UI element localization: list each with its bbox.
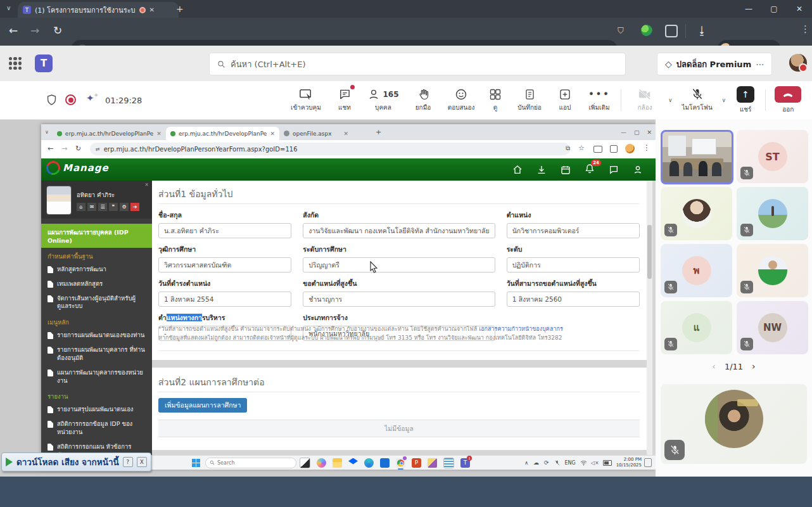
reload-button[interactable]: ↻ xyxy=(53,24,62,37)
leave-button[interactable]: ออก xyxy=(771,82,805,118)
user-icon[interactable] xyxy=(633,165,643,175)
page-scrollbar-track[interactable] xyxy=(647,181,652,455)
sidebar-item-unit-plans[interactable]: แผนการพัฒนาบุคลากรของหน่วยงาน xyxy=(41,366,152,388)
forward-button[interactable]: → xyxy=(30,24,39,37)
participant-tile-ae[interactable]: แ xyxy=(661,301,732,354)
inner-reload-button[interactable]: ↻ xyxy=(75,144,81,153)
inner-tab-chevron-icon[interactable]: ∨ xyxy=(45,129,49,135)
participant-tile-st[interactable]: ST xyxy=(737,130,808,183)
inner-menu-kebab-icon[interactable]: ⋮ xyxy=(643,143,650,152)
idm-extension-icon[interactable] xyxy=(641,25,652,36)
task-view-icon[interactable] xyxy=(300,458,310,468)
inner-site-icon[interactable]: ⇄ xyxy=(96,146,100,152)
camera-button-disabled[interactable]: กล้อง xyxy=(626,82,663,118)
sidebar-item-template[interactable]: เทมเพลตหลักสูตร xyxy=(41,277,152,292)
sidebar-item-summary-report[interactable]: รายงานสรุปแผนพัฒนาตนเอง xyxy=(41,402,152,417)
fullname-input[interactable]: น.ส.อทิตยา คำภิระ xyxy=(158,223,291,238)
inner-new-tab-button[interactable]: + xyxy=(376,128,381,136)
inner-tab-1[interactable]: erp.mju.ac.th/hrDevelopPlanPe ✕ xyxy=(53,127,166,140)
teams-profile-avatar[interactable] xyxy=(789,54,807,72)
inner-extensions-icon[interactable] xyxy=(610,145,618,153)
participant-tile-avatar-2[interactable] xyxy=(737,187,808,240)
volume-muted-icon[interactable]: ◁× xyxy=(591,460,599,466)
sidebar-item-idp-stats[interactable]: สถิติการกรอกข้อมูล IDP ของหน่วยงาน xyxy=(41,417,152,440)
participant-tile-ph[interactable]: พ xyxy=(661,244,732,297)
react-button[interactable]: ตอบสนอง xyxy=(443,82,479,118)
wifi-icon[interactable] xyxy=(580,460,587,466)
share-button-active[interactable]: ↑ แชร์ xyxy=(731,82,760,118)
teams-logo[interactable]: T xyxy=(35,55,53,72)
tools-icon[interactable] xyxy=(428,458,437,468)
idm-help-button[interactable]: ? xyxy=(123,457,133,467)
inner-maximize-button[interactable]: ▢ xyxy=(634,129,640,136)
meeting-notes-button[interactable]: บันทึกย่อ xyxy=(512,82,547,118)
participant-tile-nw[interactable]: NW xyxy=(737,301,808,354)
chrome-active-icon[interactable] xyxy=(396,458,405,468)
file-explorer-icon[interactable] xyxy=(333,458,342,468)
new-tab-button[interactable]: + xyxy=(176,4,184,14)
self-mic-muted-badge[interactable] xyxy=(664,440,685,460)
inner-tab-close-icon[interactable]: ✕ xyxy=(344,131,349,137)
window-maximize-button[interactable]: ▢ xyxy=(761,0,787,18)
position-input[interactable]: นักวิชาการคอมพิวเตอร์ xyxy=(507,223,640,238)
microphone-chevron-icon[interactable]: ∨ xyxy=(722,97,726,103)
education-level-input[interactable]: ปริญญาตรี xyxy=(303,257,495,273)
inner-minimize-button[interactable]: — xyxy=(621,129,626,136)
copilot-icon[interactable] xyxy=(317,458,326,468)
view-button[interactable]: ดู xyxy=(484,82,507,118)
participant-tile-avatar-1[interactable] xyxy=(661,187,732,240)
extensions-puzzle-icon[interactable] xyxy=(665,25,678,37)
onedrive-cloud-icon[interactable]: ☁ xyxy=(533,459,539,466)
window-minimize-button[interactable]: — xyxy=(736,0,761,18)
microsoft-store-icon[interactable] xyxy=(380,458,390,468)
affiliation-input[interactable]: งานวิจัยและพัฒนา กองเทคโนโลยีดิจิทัล สำน… xyxy=(303,223,495,238)
calendar-icon[interactable] xyxy=(561,165,571,175)
take-control-button[interactable]: เข้าควบคุม xyxy=(286,82,326,118)
page-scrollbar-thumb[interactable] xyxy=(647,225,652,279)
home-icon[interactable] xyxy=(512,165,523,175)
people-button[interactable]: 165 บุคคล xyxy=(364,82,403,118)
battery-icon[interactable] xyxy=(603,460,612,466)
inner-back-button[interactable]: ← xyxy=(48,144,53,153)
inner-share-icon[interactable]: ⧉ xyxy=(566,144,570,152)
raise-hand-button[interactable]: ยกมือ xyxy=(408,82,438,118)
participant-tile-room-video[interactable] xyxy=(661,130,733,184)
add-study-leave-button[interactable]: เพิ่มข้อมูลแผนการลาศึกษา xyxy=(158,398,247,413)
menu-mini-icon[interactable]: ☰ xyxy=(98,203,107,211)
inner-bookmark-star-icon[interactable]: ☆ xyxy=(578,144,585,152)
edge-icon[interactable] xyxy=(364,458,374,468)
teams-search-bar[interactable]: ค้นหา (Ctrl+Alt+E) xyxy=(209,53,626,75)
inner-clock[interactable]: 2:00 PM10/15/2025 xyxy=(616,457,642,468)
browser-tab[interactable]: T (1) โครงการอบรมการใช้งานระบ ✕ xyxy=(18,2,179,18)
mail-mini-icon[interactable]: ✉ xyxy=(87,203,96,211)
unlock-premium-button[interactable]: ◇ ปลดล็อก Premium ⋯ xyxy=(657,53,772,75)
copilot-sparkle-icon[interactable]: ✦✧ xyxy=(86,93,98,104)
user-card-close-icon[interactable]: ✕ xyxy=(144,182,149,188)
window-close-button[interactable]: ✕ xyxy=(787,0,812,18)
pagination-next-icon[interactable]: › xyxy=(752,361,756,371)
notes-app-icon[interactable] xyxy=(443,458,454,468)
sync-icon[interactable]: ⟳ xyxy=(544,459,549,466)
download-icon[interactable] xyxy=(536,165,547,175)
downloads-icon[interactable]: ⭳ xyxy=(697,24,707,37)
notification-center-icon[interactable] xyxy=(644,458,652,467)
messages-icon[interactable] xyxy=(609,165,619,175)
idm-download-bar[interactable]: ดาวน์โหลด เสียง จากหน้านี้ ? X xyxy=(1,452,151,472)
request-higher-input[interactable]: ชำนาญการ xyxy=(303,292,495,307)
inner-tab-3[interactable]: openFile.aspx ✕ xyxy=(279,127,371,140)
inner-taskbar-search[interactable]: Search xyxy=(205,458,296,468)
eligible-date-input[interactable]: 1 สิงหาคม 2560 xyxy=(507,292,640,307)
inner-profile-avatar[interactable] xyxy=(625,144,635,153)
browser-menu-kebab-icon[interactable]: ⋮ xyxy=(801,23,810,35)
degree-input[interactable]: วิศวกรรมศาสตรบัณฑิต xyxy=(158,257,291,273)
sidebar-item-approver-path[interactable]: จัดการเส้นทางผู้อนุมัติสำหรับผู้ดูแลระบบ xyxy=(41,292,152,314)
tray-chevron-icon[interactable]: ∧ xyxy=(524,460,528,466)
teams-taskbar-icon[interactable]: T 1 xyxy=(460,458,470,468)
dropbox-icon[interactable] xyxy=(348,458,358,468)
idm-download-label[interactable]: ดาวน์โหลด เสียง จากหน้านี้ xyxy=(16,455,119,469)
camera-chevron-icon[interactable]: ∨ xyxy=(668,97,673,103)
sidebar-item-course[interactable]: หลักสูตรการพัฒนา xyxy=(41,262,152,277)
sidebar-item-own-plans[interactable]: รายการแผนพัฒนาตนเองของท่าน xyxy=(41,328,152,343)
tab-search-chevron-icon[interactable]: ∨ xyxy=(6,4,11,11)
logout-mini-icon[interactable]: ➔ xyxy=(130,203,139,211)
